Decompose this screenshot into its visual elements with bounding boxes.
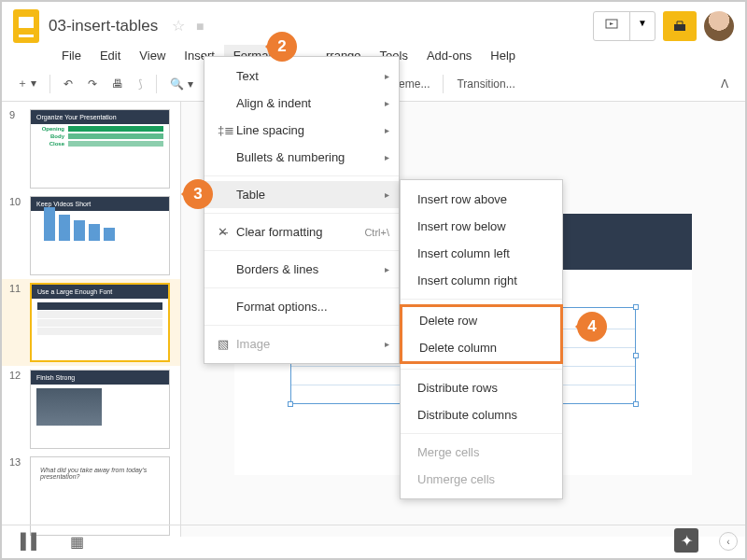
format-menu-dropdown: Text▸ Align & indent▸ ‡≣Line spacing▸ Bu… <box>204 56 400 364</box>
transition-button[interactable]: Transition... <box>451 74 520 94</box>
slide-number: 12 <box>9 370 24 449</box>
submenu-insert-col-left[interactable]: Insert column left <box>401 240 562 267</box>
menu-item-line-spacing[interactable]: ‡≣Line spacing▸ <box>204 117 399 144</box>
toolbar-expand-icon[interactable]: ᐱ <box>713 74 736 94</box>
slide-thumbnail-9[interactable]: Organize Your Presentation Opening Body … <box>30 109 170 189</box>
grid-view-icon[interactable]: ▦ <box>70 533 84 551</box>
menu-view[interactable]: View <box>130 45 175 66</box>
document-title[interactable]: 03-insert-tables <box>49 17 158 35</box>
slide-number: 10 <box>9 196 24 275</box>
thumb-title: Use a Large Enough Font <box>32 285 168 299</box>
submenu-insert-row-above[interactable]: Insert row above <box>401 186 562 213</box>
slide-thumbnail-10[interactable]: Keep Videos Short <box>30 196 170 275</box>
undo-button[interactable]: ↶ <box>58 74 78 94</box>
menu-edit[interactable]: Edit <box>91 45 130 66</box>
menu-addons[interactable]: Add-ons <box>417 45 481 66</box>
submenu-merge-cells: Merge cells <box>401 439 562 466</box>
menu-item-text[interactable]: Text▸ <box>204 63 399 90</box>
slide-number: 11 <box>9 283 24 362</box>
thumb-title: Organize Your Presentation <box>31 110 169 124</box>
explore-button[interactable]: ✦ <box>674 528 698 553</box>
scroll-left-icon[interactable]: ‹ <box>719 532 738 551</box>
thumb-title: Finish Strong <box>31 371 169 385</box>
menu-item-clear-formatting[interactable]: ✕̶Clear formattingCtrl+\ <box>204 218 399 245</box>
submenu-insert-col-right[interactable]: Insert column right <box>401 267 562 294</box>
table-submenu: Insert row above Insert row below Insert… <box>400 179 563 499</box>
slide-number: 9 <box>9 109 24 189</box>
new-slide-button[interactable]: ＋ ▾ <box>11 72 42 95</box>
menu-item-align[interactable]: Align & indent▸ <box>204 90 399 117</box>
thumb-text: What did you take away from today's pres… <box>31 457 169 489</box>
callout-4: 4 <box>577 312 607 342</box>
print-button[interactable]: 🖶 <box>106 74 129 94</box>
slide-thumbnail-12[interactable]: Finish Strong <box>30 370 170 449</box>
submenu-distribute-cols[interactable]: Distribute columns <box>401 401 562 428</box>
menu-item-format-options[interactable]: Format options... <box>204 293 399 320</box>
menu-item-image: ▧Image▸ <box>204 330 399 357</box>
zoom-button[interactable]: 🔍 ▾ <box>164 74 198 94</box>
present-dropdown[interactable]: ▼ <box>630 12 655 40</box>
callout-3: 3 <box>183 179 213 209</box>
menu-item-table[interactable]: Table▸ <box>204 181 399 208</box>
menu-item-bullets[interactable]: Bullets & numbering▸ <box>204 144 399 171</box>
slide-thumbnail-11[interactable]: Use a Large Enough Font <box>30 283 170 362</box>
present-button[interactable] <box>594 12 630 40</box>
redo-button[interactable]: ↷ <box>82 74 103 94</box>
filmstrip-view-icon[interactable]: ▌▌ <box>21 533 42 551</box>
svg-rect-1 <box>674 24 685 31</box>
callout-2: 2 <box>267 32 297 62</box>
share-button[interactable] <box>663 11 697 41</box>
submenu-insert-row-below[interactable]: Insert row below <box>401 213 562 240</box>
slide-panel[interactable]: 9 Organize Your Presentation Opening Bod… <box>2 102 181 537</box>
paint-format-button[interactable]: ⟆ <box>133 74 148 94</box>
app-logo[interactable] <box>13 9 39 43</box>
user-avatar[interactable] <box>704 11 734 41</box>
menu-item-borders[interactable]: Borders & lines▸ <box>204 256 399 283</box>
submenu-unmerge-cells: Unmerge cells <box>401 466 562 493</box>
submenu-delete-col[interactable]: Delete column <box>402 334 560 361</box>
folder-icon[interactable]: ■ <box>196 19 204 34</box>
submenu-distribute-rows[interactable]: Distribute rows <box>401 374 562 401</box>
star-icon[interactable]: ☆ <box>172 18 185 34</box>
menu-file[interactable]: File <box>52 45 91 66</box>
menu-help[interactable]: Help <box>481 45 525 66</box>
submenu-delete-row[interactable]: Delete row <box>402 307 560 334</box>
